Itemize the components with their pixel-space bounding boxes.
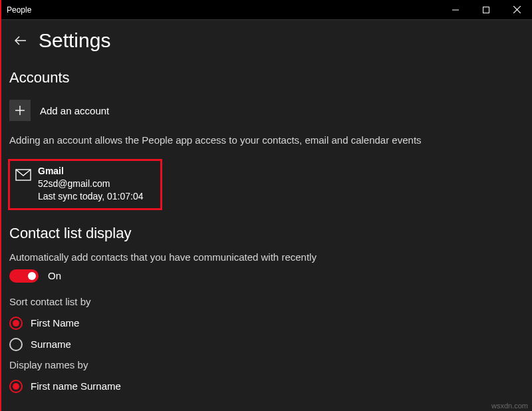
window-title: People bbox=[7, 5, 440, 15]
account-name: Gmail bbox=[38, 165, 158, 178]
sort-radio-firstname[interactable]: First Name bbox=[1, 313, 532, 334]
add-account-label: Add an account bbox=[40, 105, 109, 116]
auto-add-state-label: On bbox=[48, 270, 61, 281]
titlebar: People bbox=[1, 0, 532, 20]
account-email: 52sd@gmail.com bbox=[38, 178, 158, 190]
display-names-label: Display names by bbox=[1, 355, 532, 376]
accounts-heading: Accounts bbox=[1, 67, 532, 89]
svg-rect-1 bbox=[483, 7, 489, 13]
account-item-gmail[interactable]: Gmail 52sd@gmail.com Last sync today, 01… bbox=[8, 159, 162, 210]
page-title: Settings bbox=[39, 29, 110, 52]
radio-label: First Name bbox=[31, 317, 79, 329]
radio-label: Surname bbox=[31, 339, 71, 350]
account-details: Gmail 52sd@gmail.com Last sync today, 01… bbox=[38, 165, 158, 203]
radio-icon bbox=[9, 380, 23, 393]
accounts-help-text: Adding an account allows the People app … bbox=[1, 130, 532, 154]
radio-icon bbox=[9, 338, 23, 351]
radio-icon bbox=[9, 317, 23, 330]
plus-icon bbox=[9, 100, 31, 121]
maximize-button[interactable] bbox=[471, 0, 501, 19]
close-button[interactable] bbox=[501, 0, 532, 19]
display-names-radio-first-surname[interactable]: First name Surname bbox=[1, 376, 532, 397]
sort-by-label: Sort contact list by bbox=[1, 292, 532, 313]
content-area: Settings Accounts Add an account Adding … bbox=[1, 20, 532, 411]
watermark: wsxdn.com bbox=[491, 402, 528, 410]
auto-add-toggle[interactable] bbox=[9, 269, 39, 283]
window-controls bbox=[440, 0, 532, 19]
toggle-knob bbox=[28, 272, 36, 280]
auto-add-toggle-row: On bbox=[1, 269, 532, 292]
mail-icon bbox=[14, 169, 33, 181]
add-account-button[interactable]: Add an account bbox=[1, 89, 532, 130]
page-header: Settings bbox=[1, 20, 532, 67]
minimize-button[interactable] bbox=[440, 0, 471, 19]
contact-display-heading: Contact list display bbox=[1, 222, 532, 245]
auto-add-description: Automatically add contacts that you have… bbox=[1, 245, 532, 269]
sort-radio-surname[interactable]: Surname bbox=[1, 334, 532, 355]
back-button[interactable] bbox=[9, 29, 32, 52]
radio-label: First name Surname bbox=[31, 380, 121, 392]
account-sync-status: Last sync today, 01:07:04 bbox=[38, 190, 158, 203]
